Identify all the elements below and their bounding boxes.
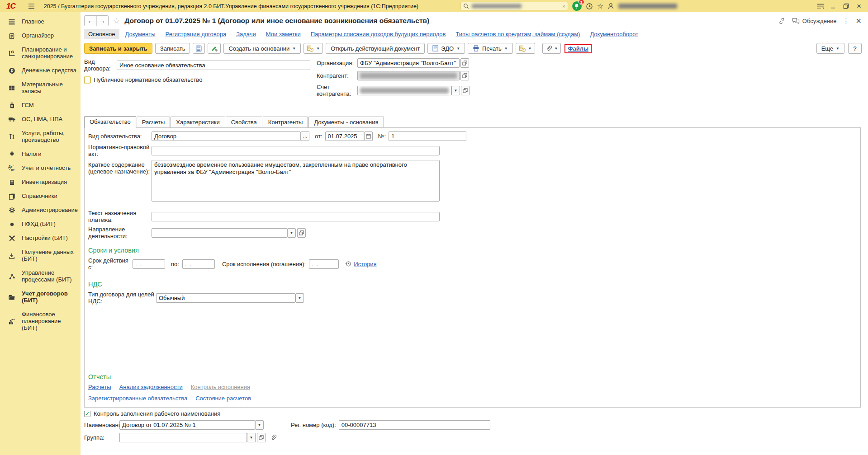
name-dropdown-icon[interactable]: ▼ (255, 420, 264, 430)
save-and-close-button[interactable]: Записать и закрыть (84, 43, 152, 54)
sidebar-item-planning[interactable]: ₽ Планирование и санкционирование (0, 43, 81, 64)
organization-input[interactable] (357, 58, 460, 68)
report-registered-obligations-link[interactable]: Зарегистрированные обязательства (88, 395, 187, 402)
create-on-basis-button[interactable]: Создать на основании▼ (223, 43, 301, 54)
group-input[interactable] (119, 433, 247, 442)
valid-to-input[interactable] (182, 259, 215, 269)
discussion-button[interactable]: Обсуждение (792, 18, 837, 24)
date-input[interactable] (325, 131, 364, 141)
main-menu-icon[interactable] (28, 3, 35, 9)
sidebar-item-data-receiving[interactable]: Получение данных (БИТ) (0, 245, 81, 266)
nav-tasks[interactable]: Задачи (232, 29, 260, 39)
vat-type-select[interactable] (156, 293, 295, 303)
sidebar-item-services[interactable]: Услуги, работы, производство (0, 127, 81, 147)
restore-button[interactable] (841, 3, 850, 9)
register-records-button[interactable] (193, 43, 205, 54)
help-button[interactable]: ? (848, 43, 862, 54)
document-timing-dropdown-button[interactable]: ▼ (516, 43, 535, 54)
notifications-bell-icon[interactable]: 1 (572, 1, 582, 11)
number-input[interactable] (389, 131, 466, 141)
favorite-star-icon[interactable]: ☆ (113, 16, 120, 26)
payment-text-input[interactable] (152, 212, 440, 221)
obligation-kind-input[interactable] (152, 131, 301, 141)
open-organization-icon[interactable] (460, 58, 469, 68)
summary-textarea[interactable]: безвозмездное временное пользование имущ… (152, 160, 440, 202)
sidebar-item-financial-planning[interactable]: Финансовое планирование (БИТ) (0, 308, 81, 335)
tab-properties[interactable]: Свойства (226, 117, 262, 127)
counterparty-account-dropdown-icon[interactable]: ▼ (451, 86, 460, 95)
tab-characteristics[interactable]: Характеристики (171, 117, 225, 127)
sidebar-item-cash[interactable]: ₽ Денежные средства (0, 64, 81, 78)
sidebar-item-administration[interactable]: Администрирование (0, 203, 81, 217)
report-settlements-link[interactable]: Расчеты (88, 384, 111, 390)
nav-docflow[interactable]: Документооборот (586, 29, 642, 39)
calendar-icon[interactable] (364, 131, 373, 141)
print-button[interactable]: Печать▼ (468, 43, 513, 54)
close-document-icon[interactable]: ✕ (856, 17, 862, 25)
valid-from-input[interactable] (133, 259, 165, 269)
sidebar-item-catalogs[interactable]: Справочники (0, 189, 81, 203)
create-document-dropdown-button[interactable]: ▼ (304, 43, 323, 54)
counterparty-account-input-redacted[interactable] (357, 86, 451, 95)
group-paperclip-icon[interactable] (270, 434, 276, 441)
sidebar-item-os-nma[interactable]: ОС, НМА, НПА (0, 113, 81, 127)
attachments-paperclip-button[interactable]: ▼ (542, 43, 561, 54)
report-settlement-status-link[interactable]: Состояние расчетов (195, 395, 251, 402)
nav-main[interactable]: Основное (84, 29, 119, 39)
service-menu-icon[interactable] (816, 3, 824, 9)
sidebar-item-taxes[interactable]: Налоги (0, 147, 81, 161)
nav-my-notes[interactable]: Мои заметки (262, 29, 305, 39)
support-person-icon[interactable] (607, 3, 614, 9)
sidebar-item-settings-bit[interactable]: Настройки (БИТ) (0, 231, 81, 245)
counterparty-input-redacted[interactable] (357, 71, 460, 80)
post-document-pen-button[interactable] (208, 43, 221, 54)
history-link[interactable]: История (354, 261, 376, 267)
sidebar-item-inventory[interactable]: Материальные запасы (0, 78, 81, 99)
open-active-document-button[interactable]: Открыть действующий документ (326, 43, 425, 54)
more-options-icon[interactable]: ⋮ (843, 17, 849, 24)
sidebar-item-organizer[interactable]: Органайзер (0, 29, 81, 43)
sidebar-item-process-management[interactable]: Управление процессами (БИТ) (0, 266, 81, 287)
global-search-input[interactable]: × (460, 2, 568, 10)
open-group-icon[interactable] (257, 433, 266, 442)
tab-settlements[interactable]: Расчеты (137, 117, 171, 127)
tab-counterparties[interactable]: Контрагенты (263, 117, 308, 127)
favorites-star-icon[interactable]: ☆ (597, 2, 603, 10)
contract-kind-input[interactable] (117, 61, 310, 70)
sidebar-item-accounting[interactable]: ДтКт Учет и отчетность (0, 161, 81, 175)
activity-direction-input[interactable] (152, 228, 287, 238)
nav-contract-registration[interactable]: Регистрация договора (161, 29, 231, 39)
sidebar-item-main[interactable]: Главное (0, 15, 81, 29)
nav-documents[interactable]: Документы (121, 29, 160, 39)
sidebar-item-gsm[interactable]: ГСМ (0, 99, 81, 113)
tab-obligation[interactable]: Обязательство (84, 116, 136, 128)
search-clear-icon[interactable]: × (562, 4, 565, 9)
edo-button[interactable]: ЭДО▼ (427, 43, 465, 54)
name-input[interactable] (119, 420, 255, 430)
forward-button[interactable]: → (96, 16, 108, 26)
open-counterparty-account-icon[interactable] (461, 86, 470, 95)
open-activity-direction-icon[interactable] (297, 228, 306, 238)
name-control-checkbox[interactable]: ✓ (84, 411, 90, 417)
open-counterparty-icon[interactable] (460, 71, 469, 80)
copy-link-icon[interactable] (778, 17, 786, 25)
due-input[interactable] (309, 259, 339, 269)
group-dropdown-icon[interactable]: ▼ (247, 433, 256, 442)
save-button[interactable]: Записать (155, 43, 190, 54)
sidebar-item-stocktaking[interactable]: Инвентаризация (0, 175, 81, 189)
obligation-kind-choose-button[interactable]: … (301, 131, 309, 141)
sidebar-item-contracts[interactable]: Учет договоров (БИТ) (0, 287, 81, 308)
minimize-button[interactable] (828, 4, 837, 9)
back-button[interactable]: ← (85, 16, 96, 26)
more-button[interactable]: Еще▼ (816, 43, 844, 54)
files-link[interactable]: Файлы (568, 45, 588, 52)
reg-number-input[interactable] (339, 420, 490, 430)
nav-credit-calc-types[interactable]: Типы расчетов по кредитам, займам (ссуда… (451, 29, 584, 39)
close-window-button[interactable]: × (854, 2, 863, 11)
legal-act-input[interactable] (152, 146, 440, 155)
public-obligation-checkbox[interactable] (84, 77, 90, 83)
history-icon[interactable] (586, 3, 593, 10)
activity-direction-dropdown-icon[interactable]: ▼ (287, 228, 296, 238)
vat-type-dropdown-icon[interactable]: ▼ (295, 293, 304, 303)
sidebar-item-pfhd[interactable]: ПФХД (БИТ) (0, 217, 81, 231)
